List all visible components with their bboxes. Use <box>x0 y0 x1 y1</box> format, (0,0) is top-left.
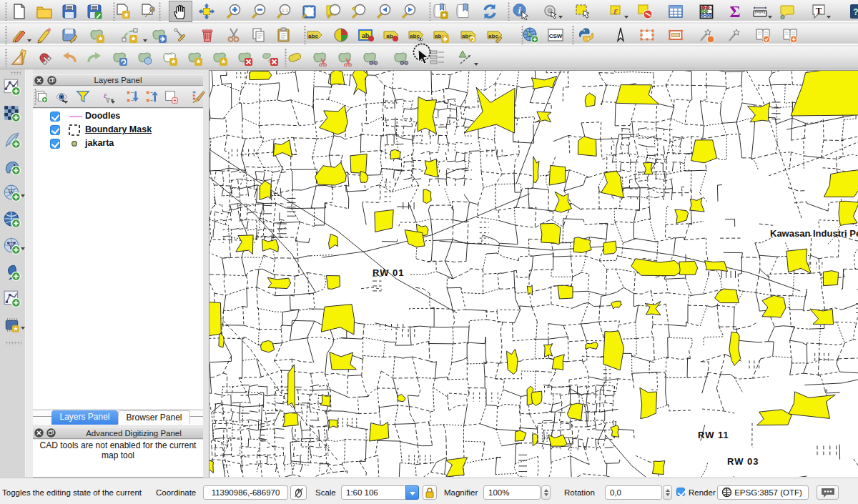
svg-text:RW 03: RW 03 <box>727 456 759 467</box>
svg-text:Kawasan Industri Pe: Kawasan Industri Pe <box>770 228 858 239</box>
svg-text:abc: abc <box>308 33 318 39</box>
svg-text:Σ: Σ <box>729 3 740 20</box>
svg-text:RW 11: RW 11 <box>698 430 729 440</box>
svg-text:T: T <box>816 5 822 16</box>
svg-text:abc: abc <box>410 33 420 39</box>
svg-text:ab: ab <box>386 33 393 39</box>
svg-text:?: ? <box>853 7 858 17</box>
svg-text:RW 01: RW 01 <box>373 267 405 278</box>
svg-text:ε: ε <box>613 6 618 16</box>
svg-text:1:1: 1:1 <box>282 8 289 13</box>
svg-text:i: i <box>518 5 521 16</box>
svg-text:CSW: CSW <box>549 33 563 39</box>
svg-text:abc: abc <box>488 33 498 39</box>
